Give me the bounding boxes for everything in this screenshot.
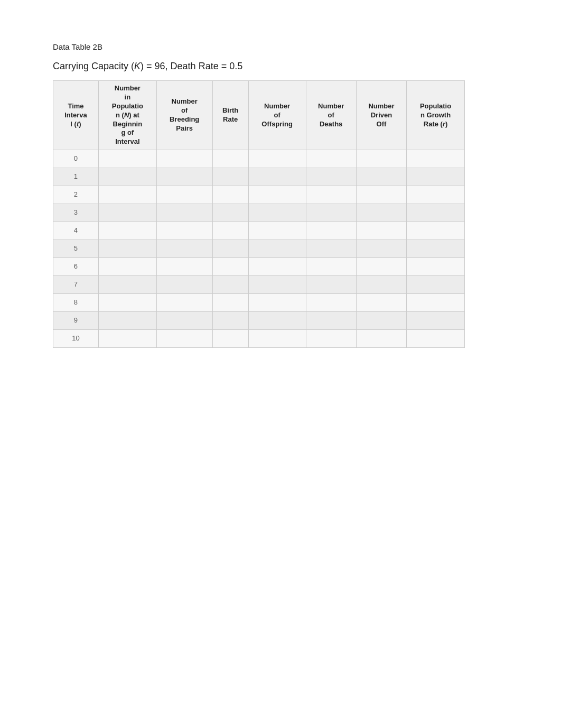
cell-driven_off bbox=[356, 168, 406, 186]
cell-breeding_pairs bbox=[156, 240, 212, 258]
cell-deaths bbox=[306, 330, 356, 348]
cell-driven_off bbox=[356, 240, 406, 258]
table-row: 6 bbox=[53, 258, 465, 276]
col-header-time: TimeInterval (t) bbox=[53, 81, 99, 150]
cell-driven_off bbox=[356, 204, 406, 222]
col-header-population: NumberinPopulation (N) atBeginning ofInt… bbox=[98, 81, 156, 150]
row-num-cell: 10 bbox=[53, 330, 99, 348]
cell-growth_rate bbox=[407, 222, 465, 240]
col-header-breeding-pairs: NumberofBreedingPairs bbox=[156, 81, 212, 150]
table-row: 3 bbox=[53, 204, 465, 222]
cell-breeding_pairs bbox=[156, 168, 212, 186]
cell-population bbox=[98, 330, 156, 348]
cell-population bbox=[98, 150, 156, 168]
cell-birth_rate bbox=[212, 294, 248, 312]
cell-offspring bbox=[248, 204, 306, 222]
cell-breeding_pairs bbox=[156, 330, 212, 348]
col-header-growth-rate: Population GrowthRate (r) bbox=[407, 81, 465, 150]
cell-deaths bbox=[306, 168, 356, 186]
cell-driven_off bbox=[356, 222, 406, 240]
cell-breeding_pairs bbox=[156, 186, 212, 204]
cell-driven_off bbox=[356, 150, 406, 168]
cell-driven_off bbox=[356, 186, 406, 204]
row-num-cell: 8 bbox=[53, 294, 99, 312]
row-num-cell: 9 bbox=[53, 312, 99, 330]
cell-breeding_pairs bbox=[156, 294, 212, 312]
cell-birth_rate bbox=[212, 258, 248, 276]
row-num-cell: 5 bbox=[53, 240, 99, 258]
cell-deaths bbox=[306, 222, 356, 240]
row-num-cell: 3 bbox=[53, 204, 99, 222]
row-num-cell: 6 bbox=[53, 258, 99, 276]
cell-growth_rate bbox=[407, 258, 465, 276]
row-num-cell: 7 bbox=[53, 276, 99, 294]
cell-birth_rate bbox=[212, 150, 248, 168]
row-num-cell: 1 bbox=[53, 168, 99, 186]
col-header-deaths: NumberofDeaths bbox=[306, 81, 356, 150]
table-row: 0 bbox=[53, 150, 465, 168]
cell-birth_rate bbox=[212, 168, 248, 186]
cell-offspring bbox=[248, 330, 306, 348]
table-header-row: TimeInterval (t) NumberinPopulation (N) … bbox=[53, 81, 465, 150]
row-num-cell: 0 bbox=[53, 150, 99, 168]
cell-growth_rate bbox=[407, 150, 465, 168]
col-header-driven-off: NumberDrivenOff bbox=[356, 81, 406, 150]
cell-growth_rate bbox=[407, 312, 465, 330]
cell-growth_rate bbox=[407, 186, 465, 204]
cell-breeding_pairs bbox=[156, 258, 212, 276]
cell-birth_rate bbox=[212, 186, 248, 204]
cell-birth_rate bbox=[212, 222, 248, 240]
col-header-birth-rate: BirthRate bbox=[212, 81, 248, 150]
table-row: 2 bbox=[53, 186, 465, 204]
cell-driven_off bbox=[356, 294, 406, 312]
cell-offspring bbox=[248, 186, 306, 204]
cell-population bbox=[98, 276, 156, 294]
cell-breeding_pairs bbox=[156, 222, 212, 240]
col-header-offspring: NumberofOffspring bbox=[248, 81, 306, 150]
cell-population bbox=[98, 168, 156, 186]
cell-population bbox=[98, 186, 156, 204]
table-row: 5 bbox=[53, 240, 465, 258]
cell-driven_off bbox=[356, 276, 406, 294]
cell-deaths bbox=[306, 150, 356, 168]
table-row: 9 bbox=[53, 312, 465, 330]
cell-population bbox=[98, 222, 156, 240]
page-title: Data Table 2B bbox=[53, 42, 508, 51]
cell-population bbox=[98, 294, 156, 312]
cell-birth_rate bbox=[212, 276, 248, 294]
cell-population bbox=[98, 204, 156, 222]
cell-deaths bbox=[306, 186, 356, 204]
cell-deaths bbox=[306, 312, 356, 330]
cell-breeding_pairs bbox=[156, 204, 212, 222]
cell-birth_rate bbox=[212, 312, 248, 330]
cell-breeding_pairs bbox=[156, 312, 212, 330]
cell-growth_rate bbox=[407, 330, 465, 348]
cell-offspring bbox=[248, 312, 306, 330]
cell-offspring bbox=[248, 294, 306, 312]
table-row: 1 bbox=[53, 168, 465, 186]
cell-growth_rate bbox=[407, 204, 465, 222]
table-row: 10 bbox=[53, 330, 465, 348]
cell-offspring bbox=[248, 258, 306, 276]
cell-deaths bbox=[306, 240, 356, 258]
data-table: TimeInterval (t) NumberinPopulation (N) … bbox=[53, 80, 465, 348]
table-row: 7 bbox=[53, 276, 465, 294]
row-num-cell: 4 bbox=[53, 222, 99, 240]
cell-driven_off bbox=[356, 258, 406, 276]
cell-offspring bbox=[248, 150, 306, 168]
cell-birth_rate bbox=[212, 330, 248, 348]
cell-population bbox=[98, 312, 156, 330]
cell-offspring bbox=[248, 240, 306, 258]
cell-growth_rate bbox=[407, 294, 465, 312]
cell-breeding_pairs bbox=[156, 150, 212, 168]
cell-driven_off bbox=[356, 312, 406, 330]
cell-growth_rate bbox=[407, 240, 465, 258]
cell-deaths bbox=[306, 294, 356, 312]
cell-population bbox=[98, 258, 156, 276]
cell-offspring bbox=[248, 168, 306, 186]
table-row: 4 bbox=[53, 222, 465, 240]
cell-breeding_pairs bbox=[156, 276, 212, 294]
cell-growth_rate bbox=[407, 168, 465, 186]
cell-deaths bbox=[306, 204, 356, 222]
cell-deaths bbox=[306, 276, 356, 294]
